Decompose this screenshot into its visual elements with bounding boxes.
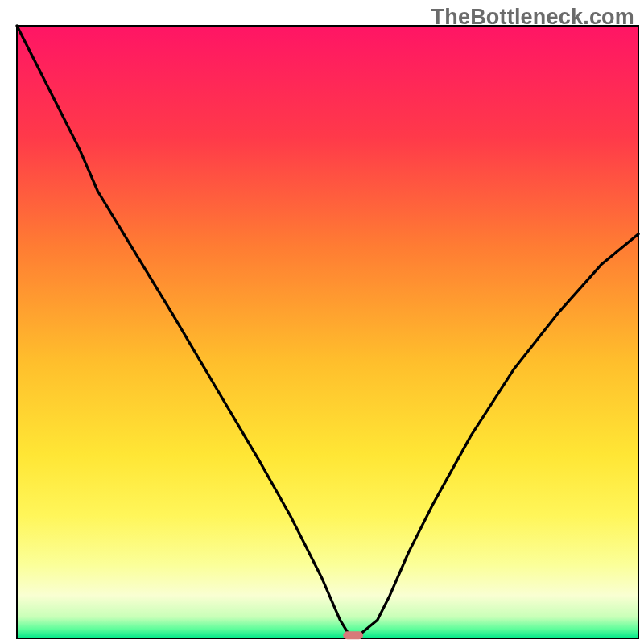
plot-background bbox=[17, 26, 638, 638]
target-marker bbox=[343, 631, 363, 639]
watermark-text: TheBottleneck.com bbox=[431, 5, 634, 30]
bottleneck-chart bbox=[0, 0, 644, 644]
chart-stage: TheBottleneck.com bbox=[0, 0, 644, 644]
